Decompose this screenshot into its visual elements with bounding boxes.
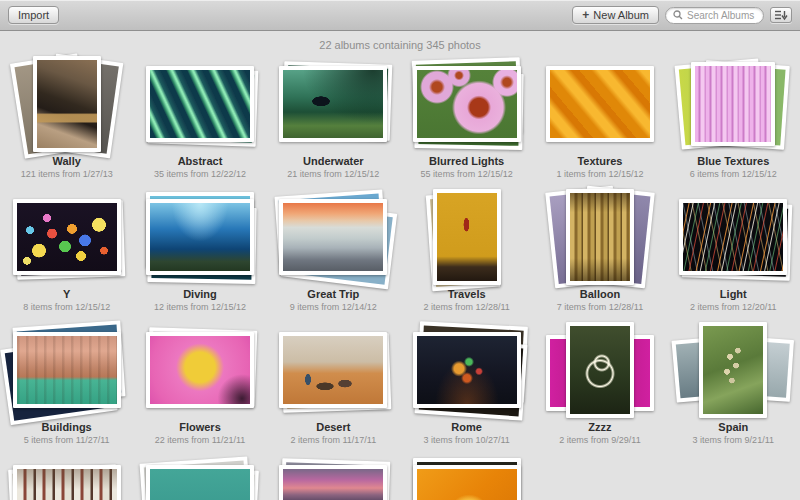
album-thumb-stack [400,453,533,500]
album-cover-photo [679,199,787,275]
album-partial[interactable] [400,453,533,500]
album-cover-photo [691,62,775,146]
album-thumb-stack [133,187,266,287]
album-meta: 5 items from 11/27/11 [0,435,133,446]
album-thumb-stack [267,453,400,500]
album-thumb-stack [267,54,400,154]
album-meta: 2 items from 12/20/11 [667,302,800,313]
album-name: Y [0,288,133,301]
album-light[interactable]: Light2 items from 12/20/11 [667,187,800,320]
album-name: Balloon [533,288,666,301]
album-meta: 121 items from 1/27/13 [0,169,133,180]
new-album-button-label: New Album [593,9,649,21]
album-cover-photo [413,332,521,408]
album-blurred-lights[interactable]: Blurred Lights55 items from 12/15/12 [400,54,533,187]
photo-thumbnail [437,193,497,281]
album-cover-photo [33,56,101,152]
album-travels[interactable]: Travels2 items from 12/28/11 [400,187,533,320]
photo-thumbnail [417,336,517,404]
import-button[interactable]: Import [8,6,59,24]
album-meta: 3 items from 10/27/11 [400,435,533,446]
album-partial[interactable] [133,453,266,500]
album-cover-photo [13,199,121,275]
album-thumb-stack [0,187,133,287]
album-thumb-stack [667,54,800,154]
album-rome[interactable]: Rome3 items from 10/27/11 [400,320,533,453]
photo-thumbnail [150,70,250,138]
album-cover-photo [699,322,767,418]
album-thumb-stack [400,54,533,154]
album-blue-textures[interactable]: Blue Textures6 items from 12/15/12 [667,54,800,187]
sort-button[interactable] [770,7,792,23]
album-cover-photo [146,199,254,275]
search-field[interactable] [665,7,764,24]
album-name: Blue Textures [667,155,800,168]
album-textures[interactable]: Textures1 items from 12/15/12 [533,54,666,187]
album-zzzz[interactable]: Zzzz2 items from 9/29/11 [533,320,666,453]
album-cover-photo [146,66,254,142]
album-cover-photo [546,66,654,142]
album-y[interactable]: Y8 items from 12/15/12 [0,187,133,320]
albums-grid: Wally121 items from 1/27/13Abstract35 it… [0,54,800,500]
album-thumb-stack [533,54,666,154]
album-thumb-stack [533,187,666,287]
album-name: Blurred Lights [400,155,533,168]
album-name: Rome [400,421,533,434]
photo-thumbnail [550,70,650,138]
album-flowers[interactable]: Flowers22 items from 11/21/11 [133,320,266,453]
album-name: Zzzz [533,421,666,434]
album-thumb-stack [400,320,533,420]
album-meta: 55 items from 12/15/12 [400,169,533,180]
album-buildings[interactable]: Buildings5 items from 11/27/11 [0,320,133,453]
album-meta: 35 items from 12/22/12 [133,169,266,180]
photo-thumbnail [703,326,763,414]
album-diving[interactable]: Diving12 items from 12/15/12 [133,187,266,320]
album-cover-photo [279,465,387,500]
photo-thumbnail [695,66,771,142]
album-meta: 2 items from 9/29/11 [533,435,666,446]
album-thumb-stack [0,453,133,500]
album-wally[interactable]: Wally121 items from 1/27/13 [0,54,133,187]
photo-thumbnail [150,203,250,271]
album-cover-photo [279,199,387,275]
album-meta: 2 items from 12/28/11 [400,302,533,313]
album-name: Light [667,288,800,301]
album-cover-photo [279,332,387,408]
album-meta: 22 items from 11/21/11 [133,435,266,446]
album-cover-photo [566,189,634,285]
album-meta: 2 items from 11/17/11 [267,435,400,446]
photo-thumbnail [283,70,383,138]
album-cover-photo [413,66,521,142]
album-desert[interactable]: Desert2 items from 11/17/11 [267,320,400,453]
album-name: Great Trip [267,288,400,301]
album-meta: 12 items from 12/15/12 [133,302,266,313]
photo-thumbnail [37,60,97,148]
new-album-button[interactable]: + New Album [572,6,659,24]
album-name: Desert [267,421,400,434]
album-name: Travels [400,288,533,301]
album-abstract[interactable]: Abstract35 items from 12/22/12 [133,54,266,187]
album-balloon[interactable]: Balloon7 items from 12/28/11 [533,187,666,320]
album-cover-photo [413,465,521,500]
album-underwater[interactable]: Underwater21 items from 12/15/12 [267,54,400,187]
album-cover-photo [433,189,501,285]
photo-thumbnail [17,469,117,500]
album-partial[interactable] [0,453,133,500]
album-cover-photo [146,465,254,500]
sort-list-icon [775,10,788,21]
toolbar-right-group: + New Album [572,6,792,24]
album-cover-photo [146,332,254,408]
photo-thumbnail [150,469,250,500]
photo-albums-window: Import + New Album 22 albums containing … [0,0,800,500]
photo-thumbnail [683,203,783,271]
photo-thumbnail [17,336,117,404]
search-input[interactable] [687,10,759,21]
album-partial[interactable] [267,453,400,500]
album-great-trip[interactable]: Great Trip9 items from 12/14/12 [267,187,400,320]
album-meta: 21 items from 12/15/12 [267,169,400,180]
album-meta: 7 items from 12/28/11 [533,302,666,313]
album-thumb-stack [133,54,266,154]
album-meta: 9 items from 12/14/12 [267,302,400,313]
album-spain[interactable]: Spain3 items from 9/21/11 [667,320,800,453]
album-meta: 3 items from 9/21/11 [667,435,800,446]
